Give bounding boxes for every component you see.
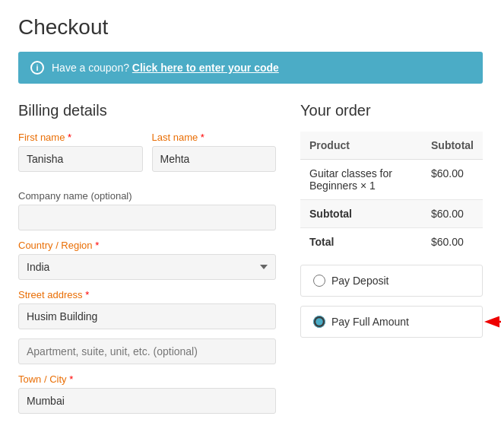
coupon-text: Have a coupon?	[52, 62, 129, 74]
deposit-label[interactable]: Pay Deposit	[331, 275, 388, 287]
coupon-link[interactable]: Click here to enter your code	[132, 62, 279, 74]
city-label: Town / City *	[18, 373, 276, 385]
arrow-annotation	[484, 310, 501, 333]
col-product: Product	[300, 132, 422, 160]
company-input[interactable]	[18, 205, 276, 230]
apartment-input[interactable]	[18, 338, 276, 364]
info-icon: i	[30, 61, 44, 75]
street-label: Street address *	[18, 289, 276, 300]
street-input[interactable]	[18, 303, 276, 329]
order-title: Your order	[300, 102, 483, 119]
product-price: $60.00	[422, 160, 483, 200]
last-name-label: Last name *	[152, 132, 277, 143]
first-name-label: First name *	[18, 132, 143, 143]
coupon-banner: i Have a coupon? Click here to enter you…	[18, 52, 483, 84]
last-name-input[interactable]	[152, 146, 277, 172]
pay-deposit-option[interactable]: Pay Deposit	[300, 265, 483, 297]
order-section: Your order Product Subtotal Guitar class…	[300, 102, 483, 423]
total-value: $60.00	[422, 228, 483, 256]
first-name-input[interactable]	[18, 146, 143, 172]
billing-section: Billing details First name * Last name *…	[18, 102, 276, 423]
city-input[interactable]	[18, 388, 276, 414]
order-table: Product Subtotal Guitar classes for Begi…	[300, 132, 483, 256]
product-name: Guitar classes for Beginners × 1	[300, 160, 422, 200]
country-label: Country / Region *	[18, 240, 276, 251]
subtotal-row: Subtotal $60.00	[300, 200, 483, 228]
pay-full-option[interactable]: Pay Full Amount	[300, 306, 483, 338]
page-title: Checkout	[18, 15, 483, 40]
col-subtotal: Subtotal	[422, 132, 483, 160]
subtotal-label: Subtotal	[300, 200, 422, 228]
billing-title: Billing details	[18, 102, 276, 119]
company-label: Company name (optional)	[18, 190, 276, 202]
country-select[interactable]: India	[18, 254, 276, 280]
full-amount-radio[interactable]	[313, 316, 325, 328]
total-row: Total $60.00	[300, 228, 483, 256]
payment-options: Pay Deposit Pay Full Amount	[300, 265, 483, 338]
full-amount-label[interactable]: Pay Full Amount	[331, 316, 409, 328]
total-label: Total	[300, 228, 422, 256]
subtotal-value: $60.00	[422, 200, 483, 228]
deposit-radio[interactable]	[313, 275, 325, 287]
product-row: Guitar classes for Beginners × 1 $60.00	[300, 160, 483, 200]
